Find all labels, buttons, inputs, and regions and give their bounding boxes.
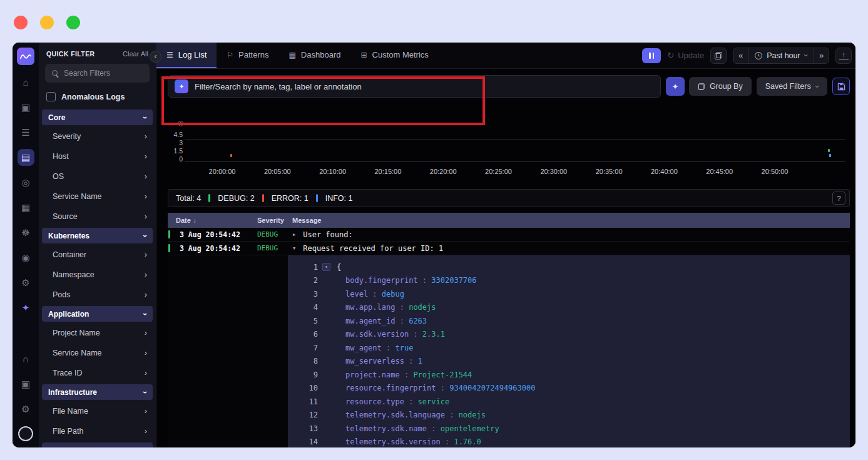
json-colon: : <box>427 424 441 433</box>
logs-icon[interactable]: ▤ <box>18 149 34 166</box>
line-number: 3 <box>288 290 318 299</box>
collapse-panel-button[interactable]: ‹ <box>150 51 161 63</box>
log-detail-panel: 1▾{2body.fingerprint : 33020377063level … <box>168 255 850 447</box>
pause-live-button[interactable] <box>642 48 661 63</box>
tab-log-list[interactable]: ☰Log List <box>156 43 217 68</box>
json-line: 9project.name : Project-21544 <box>288 368 850 382</box>
clear-all-button[interactable]: Clear All <box>123 50 148 58</box>
collapse-caret-icon[interactable]: ▾ <box>322 263 330 271</box>
log-stats-bar: Total: 4DEBUG: 2ERROR: 1INFO: 1 ? <box>168 189 850 207</box>
tab-custom-metrics[interactable]: ⊞Custom Metrics <box>350 43 438 68</box>
rum-icon[interactable]: ◉ <box>18 249 34 266</box>
alerts-icon[interactable]: ◎ <box>18 174 34 191</box>
filter-item-namespace[interactable]: Namespace› <box>39 265 156 285</box>
chart-info-icon[interactable]: ◎ <box>178 119 184 127</box>
macos-minimize-button[interactable] <box>40 16 54 29</box>
filter-item-label: Project Name <box>53 329 100 337</box>
log-filter-search-box[interactable]: ✦ <box>168 75 661 98</box>
ai-assist-icon[interactable]: ✦ <box>18 299 34 316</box>
chevron-right-icon: › <box>145 369 147 377</box>
filter-item-pods[interactable]: Pods› <box>39 285 156 305</box>
line-number: 7 <box>288 344 318 352</box>
filter-section-label: Kubernetes <box>48 232 89 240</box>
column-header-severity[interactable]: Severity <box>249 217 287 224</box>
middleware-logo[interactable] <box>17 48 34 65</box>
log-row[interactable]: 3 Aug 20:54:42DEBUG▶User found: <box>168 228 850 242</box>
filter-item-source[interactable]: Source› <box>39 207 156 227</box>
column-header-date[interactable]: Date↓ <box>168 217 249 224</box>
chart-point-info <box>829 154 831 157</box>
tab-label: Dashboard <box>301 50 341 59</box>
saved-filters-label: Saved Filters <box>765 82 811 91</box>
chevron-down-icon: › <box>141 235 149 237</box>
json-key: mw.app.lang <box>345 303 395 312</box>
filter-item-service-name[interactable]: Service Name› <box>39 187 156 207</box>
filter-item-severity[interactable]: Severity› <box>39 126 156 146</box>
filter-search-input[interactable] <box>45 64 150 83</box>
grid-icon: ▦ <box>289 51 296 59</box>
support-icon[interactable]: ∩ <box>18 350 34 367</box>
column-header-message[interactable]: Message <box>287 217 850 224</box>
filter-item-container[interactable]: Container› <box>39 245 156 265</box>
update-button[interactable]: ↻ Update <box>667 51 704 60</box>
filter-item-trace-id[interactable]: Trace ID› <box>39 363 156 383</box>
json-line: 4mw.app.lang : nodejs <box>288 301 850 315</box>
filters-icon[interactable]: ☰ <box>18 124 34 141</box>
kubernetes-icon[interactable]: ☸ <box>18 224 34 241</box>
filter-section-kubernetes[interactable]: Kubernetes› <box>42 228 153 243</box>
chevron-right-icon: › <box>145 271 147 279</box>
app-window: ⌂▣☰▤◎▦☸◉⚙✦ ∩▣⚙ QUICK FILTER Clear All An… <box>13 43 855 447</box>
dashboards-icon[interactable]: ▦ <box>18 199 34 216</box>
main-content: ☰Log List⚐Patterns▦Dashboard⊞Custom Metr… <box>156 43 855 447</box>
filter-item-file-name[interactable]: File Name› <box>39 401 156 421</box>
tab-dashboard[interactable]: ▦Dashboard <box>279 43 351 68</box>
filter-item-project-name[interactable]: Project Name› <box>39 323 156 343</box>
filter-item-label: Source <box>53 212 78 221</box>
clock-icon <box>755 52 762 59</box>
save-filter-button[interactable] <box>832 78 850 95</box>
collapse-caret-icon[interactable]: ▼ <box>293 246 295 251</box>
time-shift-back-button[interactable]: « <box>733 48 748 63</box>
filter-section-core[interactable]: Core› <box>42 110 153 125</box>
settings-icon[interactable]: ⚙ <box>18 401 34 417</box>
filter-section-infrastructure[interactable]: Infrastructure› <box>42 384 153 400</box>
macos-close-button[interactable] <box>14 16 28 29</box>
log-filter-search-input[interactable] <box>195 82 654 91</box>
stat-info: INFO: 1 <box>325 194 353 203</box>
filter-section-application[interactable]: Application› <box>42 306 153 322</box>
filter-section-others[interactable]: Others› <box>42 442 153 447</box>
integrations-icon[interactable]: ▣ <box>18 376 34 392</box>
checkbox-unchecked-icon[interactable] <box>46 92 56 101</box>
home-icon[interactable]: ⌂ <box>18 74 34 91</box>
help-button[interactable]: ? <box>832 192 845 205</box>
infrastructure-icon[interactable]: ▣ <box>18 99 34 116</box>
tab-patterns[interactable]: ⚐Patterns <box>217 43 278 68</box>
anomalous-logs-checkbox-row[interactable]: Anomalous Logs <box>39 88 156 108</box>
group-by-button[interactable]: Group By <box>689 77 752 96</box>
filter-item-host[interactable]: Host› <box>39 146 156 166</box>
x-tick-label: 20:00:00 <box>209 168 236 175</box>
time-shift-forward-button[interactable]: » <box>814 48 829 63</box>
tab-label: Patterns <box>238 50 268 59</box>
filter-item-os[interactable]: OS› <box>39 166 156 187</box>
saved-filters-button[interactable]: Saved Filters › <box>757 77 827 96</box>
chevron-right-icon: › <box>145 251 147 259</box>
time-range-selector[interactable]: Past hour › <box>748 48 814 63</box>
expand-caret-icon[interactable]: ▶ <box>293 232 295 237</box>
automation-icon[interactable]: ⚙ <box>18 274 34 291</box>
log-date: 3 Aug 20:54:42 <box>168 244 249 253</box>
filter-item-file-path[interactable]: File Path› <box>39 421 156 441</box>
log-row[interactable]: 3 Aug 20:54:42DEBUG▼Request received for… <box>168 242 850 255</box>
filter-item-service-name[interactable]: Service Name› <box>39 343 156 363</box>
ai-query-button[interactable]: ✦ <box>666 77 685 96</box>
filter-section-label: Application <box>48 310 89 319</box>
json-line: 11resource.type : service <box>288 395 850 409</box>
column-label: Date <box>176 217 191 224</box>
copy-view-button[interactable] <box>710 48 727 64</box>
export-button[interactable]: ↑ <box>835 48 852 64</box>
stat-separator <box>208 194 210 202</box>
json-value: true <box>395 344 413 352</box>
macos-zoom-button[interactable] <box>66 16 80 29</box>
json-colon: : <box>395 317 409 325</box>
user-avatar[interactable] <box>18 426 33 441</box>
